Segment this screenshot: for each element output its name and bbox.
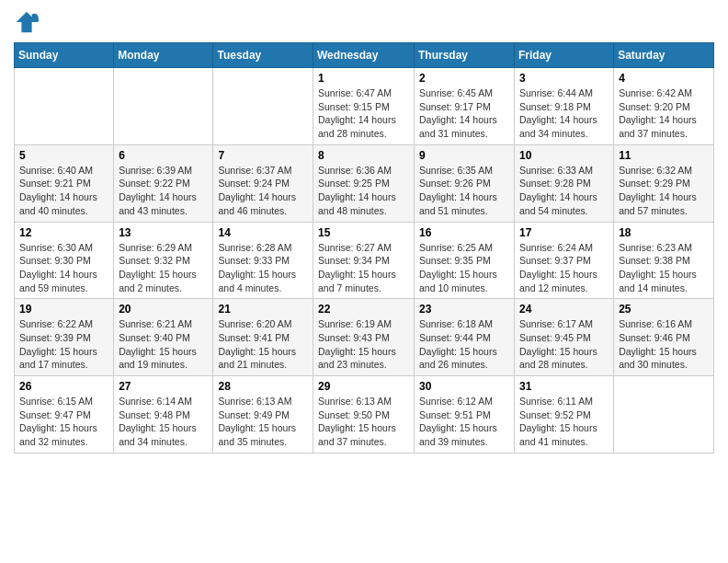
- calendar-cell: 17Sunrise: 6:24 AM Sunset: 9:37 PM Dayli…: [515, 222, 614, 299]
- calendar-cell: 30Sunrise: 6:12 AM Sunset: 9:51 PM Dayli…: [415, 376, 515, 454]
- day-info: Sunrise: 6:24 AM Sunset: 9:37 PM Dayligh…: [519, 241, 609, 295]
- day-number: 11: [619, 149, 709, 162]
- day-info: Sunrise: 6:42 AM Sunset: 9:20 PM Dayligh…: [619, 86, 709, 141]
- day-info: Sunrise: 6:12 AM Sunset: 9:51 PM Dayligh…: [419, 395, 509, 449]
- calendar-cell: 31Sunrise: 6:11 AM Sunset: 9:52 PM Dayli…: [515, 376, 614, 454]
- page: SundayMondayTuesdayWednesdayThursdayFrid…: [0, 0, 728, 563]
- day-info: Sunrise: 6:13 AM Sunset: 9:50 PM Dayligh…: [318, 395, 409, 449]
- calendar-cell: 9Sunrise: 6:35 AM Sunset: 9:26 PM Daylig…: [415, 144, 515, 222]
- calendar-cell: 2Sunrise: 6:45 AM Sunset: 9:17 PM Daylig…: [415, 68, 515, 145]
- day-of-week-header: Tuesday: [213, 43, 313, 68]
- calendar-cell: [114, 68, 213, 145]
- day-number: 10: [519, 149, 609, 162]
- day-number: 30: [419, 380, 509, 393]
- calendar-cell: [614, 376, 714, 454]
- day-info: Sunrise: 6:32 AM Sunset: 9:29 PM Dayligh…: [619, 164, 709, 218]
- calendar-cell: 7Sunrise: 6:37 AM Sunset: 9:24 PM Daylig…: [213, 144, 313, 222]
- calendar-header-row: SundayMondayTuesdayWednesdayThursdayFrid…: [15, 43, 714, 68]
- calendar-cell: 8Sunrise: 6:36 AM Sunset: 9:25 PM Daylig…: [313, 144, 415, 222]
- day-info: Sunrise: 6:15 AM Sunset: 9:47 PM Dayligh…: [19, 395, 108, 449]
- day-number: 28: [218, 380, 308, 393]
- calendar-cell: 3Sunrise: 6:44 AM Sunset: 9:18 PM Daylig…: [515, 68, 614, 145]
- day-number: 5: [19, 149, 108, 162]
- day-info: Sunrise: 6:25 AM Sunset: 9:35 PM Dayligh…: [419, 241, 509, 295]
- day-number: 24: [519, 303, 609, 316]
- calendar-cell: 18Sunrise: 6:23 AM Sunset: 9:38 PM Dayli…: [614, 222, 714, 299]
- day-number: 18: [619, 226, 709, 239]
- day-of-week-header: Monday: [114, 43, 213, 68]
- day-info: Sunrise: 6:37 AM Sunset: 9:24 PM Dayligh…: [218, 164, 308, 218]
- day-of-week-header: Thursday: [415, 43, 515, 68]
- calendar-week-row: 5Sunrise: 6:40 AM Sunset: 9:21 PM Daylig…: [15, 144, 714, 222]
- calendar-cell: 24Sunrise: 6:17 AM Sunset: 9:45 PM Dayli…: [515, 299, 614, 376]
- day-number: 16: [419, 226, 509, 239]
- day-number: 9: [419, 149, 509, 162]
- calendar-cell: 19Sunrise: 6:22 AM Sunset: 9:39 PM Dayli…: [15, 299, 114, 376]
- calendar-cell: 21Sunrise: 6:20 AM Sunset: 9:41 PM Dayli…: [213, 299, 313, 376]
- day-info: Sunrise: 6:29 AM Sunset: 9:32 PM Dayligh…: [119, 241, 208, 295]
- day-number: 1: [318, 72, 409, 85]
- header: [14, 9, 714, 35]
- day-number: 14: [218, 226, 308, 239]
- calendar-cell: 12Sunrise: 6:30 AM Sunset: 9:30 PM Dayli…: [15, 222, 114, 299]
- day-number: 25: [619, 303, 709, 316]
- day-number: 2: [419, 72, 509, 85]
- day-number: 6: [119, 149, 208, 162]
- calendar-table: SundayMondayTuesdayWednesdayThursdayFrid…: [14, 42, 714, 454]
- day-info: Sunrise: 6:19 AM Sunset: 9:43 PM Dayligh…: [318, 317, 409, 372]
- calendar-cell: 22Sunrise: 6:19 AM Sunset: 9:43 PM Dayli…: [313, 299, 415, 376]
- day-info: Sunrise: 6:22 AM Sunset: 9:39 PM Dayligh…: [19, 317, 108, 372]
- calendar-cell: 25Sunrise: 6:16 AM Sunset: 9:46 PM Dayli…: [614, 299, 714, 376]
- day-number: 21: [218, 303, 308, 316]
- day-number: 17: [519, 226, 609, 239]
- day-info: Sunrise: 6:47 AM Sunset: 9:15 PM Dayligh…: [318, 86, 409, 141]
- day-info: Sunrise: 6:33 AM Sunset: 9:28 PM Dayligh…: [519, 164, 609, 218]
- calendar-cell: [213, 68, 313, 145]
- day-info: Sunrise: 6:35 AM Sunset: 9:26 PM Dayligh…: [419, 164, 509, 218]
- day-number: 13: [119, 226, 208, 239]
- day-info: Sunrise: 6:44 AM Sunset: 9:18 PM Dayligh…: [519, 86, 609, 141]
- day-number: 3: [519, 72, 609, 85]
- logo-icon: [14, 9, 40, 35]
- day-info: Sunrise: 6:30 AM Sunset: 9:30 PM Dayligh…: [19, 241, 108, 295]
- calendar-cell: 26Sunrise: 6:15 AM Sunset: 9:47 PM Dayli…: [15, 376, 114, 454]
- calendar-cell: 27Sunrise: 6:14 AM Sunset: 9:48 PM Dayli…: [114, 376, 213, 454]
- day-info: Sunrise: 6:17 AM Sunset: 9:45 PM Dayligh…: [519, 317, 609, 372]
- day-number: 23: [419, 303, 509, 316]
- day-number: 8: [318, 149, 409, 162]
- calendar-cell: 15Sunrise: 6:27 AM Sunset: 9:34 PM Dayli…: [313, 222, 415, 299]
- logo: [14, 9, 41, 35]
- calendar-cell: 6Sunrise: 6:39 AM Sunset: 9:22 PM Daylig…: [114, 144, 213, 222]
- day-info: Sunrise: 6:28 AM Sunset: 9:33 PM Dayligh…: [218, 241, 308, 295]
- calendar-cell: 20Sunrise: 6:21 AM Sunset: 9:40 PM Dayli…: [114, 299, 213, 376]
- day-number: 4: [619, 72, 709, 85]
- calendar-cell: 13Sunrise: 6:29 AM Sunset: 9:32 PM Dayli…: [114, 222, 213, 299]
- day-number: 29: [318, 380, 409, 393]
- day-number: 27: [119, 380, 208, 393]
- day-of-week-header: Friday: [515, 43, 614, 68]
- day-number: 20: [119, 303, 208, 316]
- day-info: Sunrise: 6:45 AM Sunset: 9:17 PM Dayligh…: [419, 86, 509, 141]
- day-info: Sunrise: 6:39 AM Sunset: 9:22 PM Dayligh…: [119, 164, 208, 218]
- day-number: 12: [19, 226, 108, 239]
- day-number: 26: [19, 380, 108, 393]
- day-info: Sunrise: 6:27 AM Sunset: 9:34 PM Dayligh…: [318, 241, 409, 295]
- day-number: 15: [318, 226, 409, 239]
- calendar-cell: 1Sunrise: 6:47 AM Sunset: 9:15 PM Daylig…: [313, 68, 415, 145]
- calendar-week-row: 26Sunrise: 6:15 AM Sunset: 9:47 PM Dayli…: [15, 376, 714, 454]
- day-info: Sunrise: 6:16 AM Sunset: 9:46 PM Dayligh…: [619, 317, 709, 372]
- day-info: Sunrise: 6:20 AM Sunset: 9:41 PM Dayligh…: [218, 317, 308, 372]
- day-info: Sunrise: 6:18 AM Sunset: 9:44 PM Dayligh…: [419, 317, 509, 372]
- calendar-cell: 14Sunrise: 6:28 AM Sunset: 9:33 PM Dayli…: [213, 222, 313, 299]
- calendar-cell: [15, 68, 114, 145]
- day-info: Sunrise: 6:13 AM Sunset: 9:49 PM Dayligh…: [218, 395, 308, 449]
- day-number: 22: [318, 303, 409, 316]
- calendar-week-row: 1Sunrise: 6:47 AM Sunset: 9:15 PM Daylig…: [15, 68, 714, 145]
- calendar-week-row: 19Sunrise: 6:22 AM Sunset: 9:39 PM Dayli…: [15, 299, 714, 376]
- calendar-cell: 11Sunrise: 6:32 AM Sunset: 9:29 PM Dayli…: [614, 144, 714, 222]
- calendar-cell: 23Sunrise: 6:18 AM Sunset: 9:44 PM Dayli…: [415, 299, 515, 376]
- day-info: Sunrise: 6:21 AM Sunset: 9:40 PM Dayligh…: [119, 317, 208, 372]
- day-info: Sunrise: 6:40 AM Sunset: 9:21 PM Dayligh…: [19, 164, 108, 218]
- calendar-cell: 4Sunrise: 6:42 AM Sunset: 9:20 PM Daylig…: [614, 68, 714, 145]
- day-of-week-header: Wednesday: [313, 43, 415, 68]
